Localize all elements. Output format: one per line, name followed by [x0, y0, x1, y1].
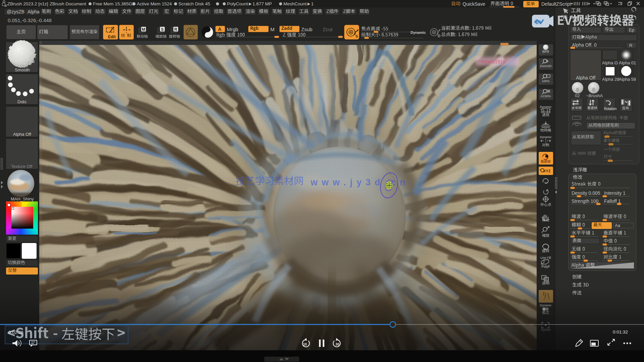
svg-text:30: 30 [335, 342, 339, 346]
svg-text:0:01:32: 0:01:32 [613, 329, 628, 335]
svg-text:0:02:26: 0:02:26 [8, 330, 23, 335]
svg-text:10: 10 [303, 342, 307, 346]
svg-text:ev: ev [535, 18, 543, 25]
